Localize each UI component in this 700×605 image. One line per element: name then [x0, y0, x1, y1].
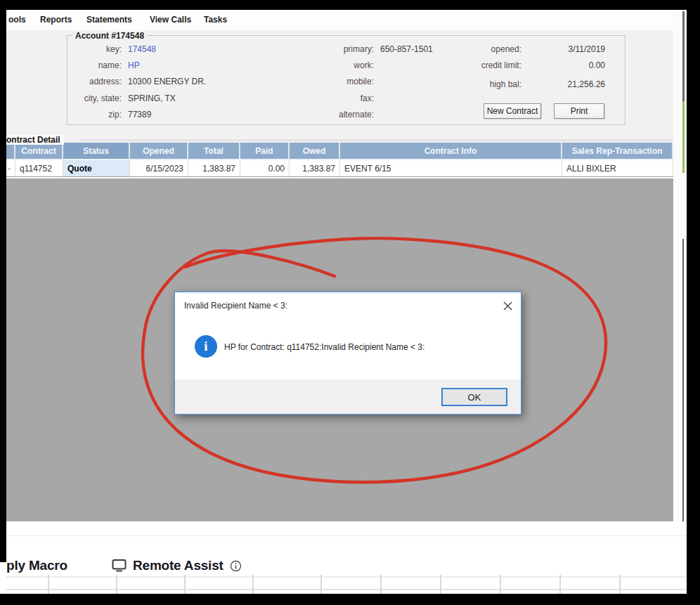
field-work: work: — [309, 57, 433, 73]
cell-contract-info: EVENT 6/15 — [340, 160, 562, 176]
grid-tick — [500, 575, 501, 594]
info-icon-glyph: i — [204, 339, 207, 354]
grid-line-horizontal-2 — [6, 589, 687, 590]
header-owed[interactable]: Owed — [290, 143, 340, 160]
field-fax-label: fax: — [309, 93, 374, 103]
field-key-value[interactable]: 174548 — [128, 44, 156, 54]
dialog-title: Invalid Recipient Name < 3: — [184, 301, 287, 311]
scrollbar-track[interactable] — [673, 10, 687, 594]
field-mobile: mobile: — [309, 74, 433, 90]
field-address-value: 10300 ENERGY DR. — [128, 77, 206, 86]
apply-macro-button[interactable]: ply Macro — [6, 558, 67, 573]
header-status[interactable]: Status — [63, 143, 130, 160]
ok-button[interactable]: OK — [441, 388, 507, 406]
field-key-label: key: — [70, 44, 122, 54]
menu-item-reports[interactable]: Reports — [40, 15, 72, 25]
cell-row-selector: - — [6, 160, 15, 176]
field-opened: opened:3/11/2019 — [428, 41, 605, 57]
menu-item-tasks[interactable]: Tasks — [204, 15, 227, 25]
header-sales-rep[interactable]: Sales Rep-Transaction — [562, 143, 673, 160]
contracts-table-header: Contract Status Opened Total Paid Owed C… — [6, 143, 673, 160]
remote-assist-label: Remote Assist — [133, 558, 223, 573]
grid-line-horizontal-1 — [6, 576, 687, 578]
field-zip-value: 77389 — [128, 110, 151, 119]
field-address: address:10300 ENERGY DR. — [70, 74, 206, 90]
account-phone-fields: primary:650-857-1501 work: mobile: fax: … — [309, 41, 433, 123]
screenshot-frame: ools Reports Statements View Calls Tasks… — [0, 0, 700, 605]
account-groupbox-title: Account #174548 — [72, 31, 147, 41]
cell-paid: 0.00 — [240, 160, 290, 176]
cell-opened: 6/15/2023 — [130, 160, 188, 176]
field-fax: fax: — [309, 90, 433, 106]
info-icon: i — [195, 335, 217, 358]
apply-macro-label: ply Macro — [6, 558, 67, 573]
field-name-value[interactable]: HP — [128, 60, 140, 70]
header-contract[interactable]: Contract — [15, 143, 63, 160]
field-primary-label: primary: — [309, 44, 374, 54]
cell-status: Quote — [63, 160, 130, 176]
field-high-bal: high bal:21,256.26 — [428, 77, 605, 93]
field-opened-value: 3/11/2019 — [528, 44, 605, 54]
cell-owed: 1,383.87 — [290, 160, 340, 176]
message-dialog: Invalid Recipient Name < 3: i HP for Con… — [174, 292, 521, 415]
field-alternate-label: alternate: — [309, 110, 374, 119]
grid-tick — [320, 575, 322, 594]
menu-item-tools[interactable]: ools — [8, 15, 26, 25]
info-circle-icon — [230, 560, 242, 572]
grid-tick — [380, 575, 382, 594]
field-key: key:174548 — [70, 41, 206, 57]
print-button[interactable]: Print — [554, 103, 604, 119]
field-zip-label: zip: — [70, 110, 122, 119]
field-address-label: address: — [70, 77, 122, 86]
field-zip: zip:77389 — [70, 107, 206, 123]
header-opened[interactable]: Opened — [130, 143, 188, 160]
header-contract-info[interactable]: Contract Info — [340, 143, 562, 160]
field-credit-limit-value: 0.00 — [528, 60, 605, 70]
field-credit-limit-label: credit limit: — [428, 60, 521, 70]
grid-tick — [116, 575, 117, 594]
close-icon[interactable] — [501, 299, 514, 312]
field-primary: primary:650-857-1501 — [309, 41, 433, 57]
footer-divider — [6, 535, 687, 536]
menu-item-statements[interactable]: Statements — [86, 15, 132, 25]
new-contract-button[interactable]: New Contract — [484, 103, 541, 119]
field-city-state: city, state:SPRING, TX — [70, 90, 206, 106]
field-city-state-label: city, state: — [70, 93, 122, 103]
menu-item-view-calls[interactable]: View Calls — [150, 15, 191, 25]
scrollbar-segment-green — [682, 101, 685, 173]
dialog-message: HP for Contract: q114752:Invalid Recipie… — [224, 342, 424, 352]
header-paid[interactable]: Paid — [240, 143, 290, 160]
grid-tick — [252, 575, 254, 594]
field-work-label: work: — [309, 60, 374, 70]
field-city-state-value: SPRING, TX — [128, 93, 176, 103]
grid-tick — [440, 575, 441, 594]
field-name: name:HP — [70, 57, 206, 73]
cell-total: 1,383.87 — [188, 160, 240, 176]
grid-tick — [619, 575, 621, 594]
remote-assist-button[interactable]: Remote Assist — [112, 558, 242, 573]
contract-detail-groupbox-title: ontract Detail — [6, 135, 64, 145]
field-credit-limit: credit limit:0.00 — [428, 57, 605, 73]
grid-tick — [184, 575, 186, 594]
field-high-bal-label: high bal: — [428, 79, 521, 89]
cell-sales-rep: ALLI BIXLER — [562, 160, 673, 176]
scrollbar-line — [682, 239, 684, 528]
header-total[interactable]: Total — [188, 143, 240, 160]
header-row-selector — [6, 143, 15, 160]
app-window: ools Reports Statements View Calls Tasks… — [6, 10, 687, 594]
grid-tick — [48, 575, 49, 594]
field-primary-value: 650-857-1501 — [380, 44, 433, 54]
table-row[interactable]: - q114752 Quote 6/15/2023 1,383.87 0.00 … — [6, 160, 673, 177]
account-identity-fields: key:174548 name:HP address:10300 ENERGY … — [70, 41, 206, 123]
field-opened-label: opened: — [428, 44, 521, 54]
grid-tick — [559, 575, 561, 594]
field-name-label: name: — [70, 60, 122, 70]
menu-bar: ools Reports Statements View Calls Tasks — [6, 10, 687, 30]
account-financial-fields: opened:3/11/2019 credit limit:0.00 high … — [428, 41, 605, 93]
contracts-table: Contract Status Opened Total Paid Owed C… — [6, 143, 673, 177]
field-alternate: alternate: — [309, 107, 433, 123]
field-high-bal-value: 21,256.26 — [528, 79, 605, 89]
cell-contract: q114752 — [15, 160, 63, 176]
scrollbar-segment-dark — [682, 11, 685, 101]
monitor-icon — [112, 559, 127, 573]
